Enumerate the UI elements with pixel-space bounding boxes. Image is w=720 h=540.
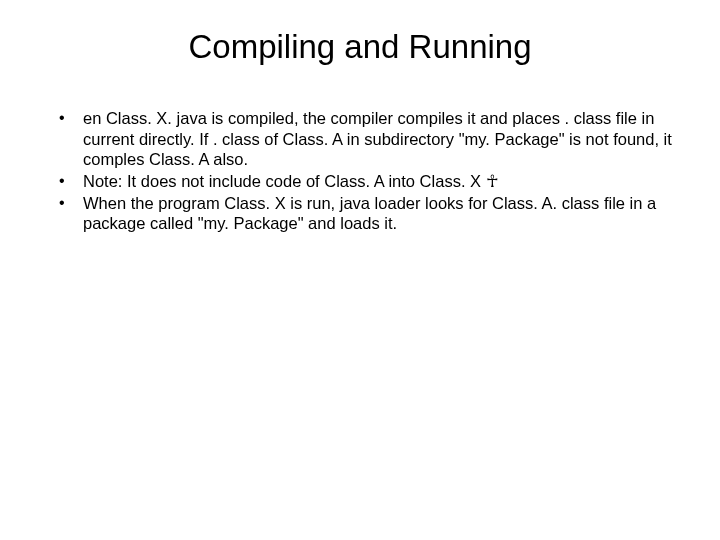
bullet-text: en Class. X. java is compiled, the compi… [83,109,672,168]
bullet-text: When the program Class. X is run, java l… [83,194,656,233]
bullet-text: Note: It does not include code of Class.… [83,172,499,190]
list-item: en Class. X. java is compiled, the compi… [59,108,685,170]
list-item: Note: It does not include code of Class.… [59,171,685,192]
bullet-list: en Class. X. java is compiled, the compi… [35,108,685,234]
list-item: When the program Class. X is run, java l… [59,193,685,234]
slide-title: Compiling and Running [35,28,685,66]
